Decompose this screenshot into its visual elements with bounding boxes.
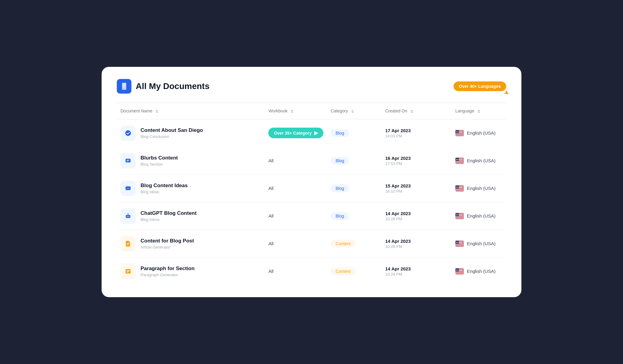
language-label: English (USA): [467, 241, 496, 246]
app-icon: [117, 79, 131, 94]
documents-table: Document Name ⇅ Workbook ⇅ Category ⇅ Cr…: [117, 103, 506, 285]
svg-rect-63: [455, 272, 464, 273]
doc-title: Content About San Diego: [141, 127, 203, 134]
tooltip-arrow-icon: ▶: [314, 130, 318, 136]
svg-rect-33: [126, 215, 131, 218]
doc-name-cell: Content for Blog Post Article Generator: [117, 230, 265, 257]
svg-rect-28: [455, 188, 464, 189]
language-cell: ★★★★★★ English (USA): [452, 147, 506, 174]
workbook-cell: All: [265, 174, 327, 202]
sort-icon-workbook[interactable]: ⇅: [291, 109, 294, 114]
created-date: 14 Apr 2023: [385, 266, 448, 271]
created-date: 14 Apr 2023: [385, 239, 448, 244]
created-date: 14 Apr 2023: [385, 211, 448, 216]
category-badge: Blog: [331, 157, 349, 165]
svg-rect-64: [455, 273, 464, 274]
svg-text:★★★★★★: ★★★★★★: [455, 159, 462, 160]
svg-rect-36: [128, 217, 129, 217]
svg-rect-62: [455, 271, 464, 272]
svg-rect-17: [455, 163, 464, 163]
workbook-cell: Over 35+ Category ▶: [265, 119, 327, 147]
svg-point-23: [129, 188, 129, 188]
svg-text:★★★★★★: ★★★★★★: [455, 269, 462, 271]
workbook-cell: All: [265, 257, 327, 285]
workbook-label: All: [268, 269, 273, 274]
svg-rect-30: [455, 191, 464, 191]
svg-point-0: [125, 130, 131, 136]
doc-subtitle: Paragraph Generator: [141, 273, 195, 277]
doc-title: Blurbs Content: [141, 155, 178, 161]
table-row[interactable]: ChatGPT Blog Content Blog Intros AllBlog…: [117, 202, 506, 230]
created-on-cell: 16 Apr 2023 17:53 PM: [381, 147, 451, 174]
created-date: 17 Apr 2023: [385, 128, 448, 133]
language-label: English (USA): [467, 158, 496, 163]
doc-icon: [120, 153, 136, 168]
svg-rect-16: [455, 162, 464, 162]
doc-title: Paragraph for Section: [141, 265, 195, 272]
workbook-label: All: [268, 158, 273, 163]
language-label: English (USA): [467, 130, 496, 136]
created-on-cell: 14 Apr 2023 10:28 PM: [381, 230, 451, 257]
badge-wrapper: Over 40+ Languages ➤: [454, 81, 506, 91]
sort-icon-name[interactable]: ⇅: [155, 109, 158, 114]
language-cell: ★★★★★★ English (USA): [452, 174, 506, 202]
svg-point-34: [127, 216, 128, 217]
svg-text:★★★★★★: ★★★★★★: [455, 214, 462, 216]
doc-title: Blog Content Ideas: [141, 182, 188, 189]
workbook-label: All: [268, 186, 273, 191]
category-badge: Blog: [331, 184, 349, 192]
flag-icon: ★★★★★★: [455, 268, 464, 274]
created-time: 16:10 PM: [385, 189, 448, 194]
page-title: All My Documents: [136, 81, 210, 91]
language-cell: ★★★★★★ English (USA): [452, 119, 506, 147]
table-row[interactable]: Content About San Diego Blog Conclusion …: [117, 119, 506, 147]
svg-rect-5: [455, 133, 464, 134]
created-time: 10:28 PM: [385, 217, 448, 221]
category-cell: Blog: [327, 119, 381, 147]
doc-subtitle: Blog Section: [141, 162, 178, 167]
sort-icon-language[interactable]: ⇅: [477, 109, 480, 114]
table-row[interactable]: Content for Blog Post Article Generator …: [117, 230, 506, 257]
workbook-cell: All: [265, 147, 327, 174]
flag-icon: ★★★★★★: [455, 158, 464, 164]
svg-rect-10: [126, 159, 131, 162]
language-label: English (USA): [467, 269, 496, 274]
table-row[interactable]: Blurbs Content Blog Section AllBlog 16 A…: [117, 147, 506, 174]
col-header-language: Language ⇅: [452, 103, 506, 119]
doc-name-cell: Blog Content Ideas Blog Ideas: [117, 174, 265, 202]
doc-icon: [120, 181, 136, 196]
doc-icon: [120, 236, 136, 251]
col-header-workbook: Workbook ⇅: [265, 103, 327, 119]
flag-icon: ★★★★★★: [455, 241, 464, 247]
sort-icon-category[interactable]: ⇅: [351, 109, 354, 114]
category-cell: Blog: [327, 174, 381, 202]
col-header-createdon: Created On ⇅: [381, 103, 451, 119]
language-cell: ★★★★★★ English (USA): [452, 230, 506, 257]
workbook-label: All: [268, 241, 273, 246]
table-row[interactable]: Paragraph for Section Paragraph Generato…: [117, 257, 506, 285]
created-on-cell: 14 Apr 2023 10:28 PM: [381, 257, 451, 285]
created-time: 17:53 PM: [385, 161, 448, 166]
main-container: All My Documents Over 40+ Languages ➤ Do…: [102, 67, 521, 297]
svg-rect-7: [455, 135, 464, 136]
col-header-category: Category ⇅: [327, 103, 381, 119]
languages-badge: Over 40+ Languages: [454, 81, 506, 91]
category-badge: Blog: [331, 212, 349, 220]
category-badge: Content: [331, 240, 355, 248]
table-row[interactable]: Blog Content Ideas Blog Ideas AllBlog 15…: [117, 174, 506, 202]
category-cell: Blog: [327, 147, 381, 174]
created-on-cell: 14 Apr 2023 10:28 PM: [381, 202, 451, 230]
svg-point-21: [127, 188, 127, 188]
svg-point-38: [128, 213, 129, 214]
svg-rect-6: [455, 134, 464, 135]
category-cell: Content: [327, 230, 381, 257]
svg-text:★★★★★★: ★★★★★★: [455, 242, 462, 243]
sort-icon-createdon[interactable]: ⇅: [410, 109, 413, 114]
doc-name-cell: Content About San Diego Blog Conclusion: [117, 119, 265, 147]
svg-text:★★★★★★: ★★★★★★: [455, 186, 462, 188]
category-cell: Blog: [327, 202, 381, 230]
flag-icon: ★★★★★★: [455, 130, 464, 136]
doc-subtitle: Blog Ideas: [141, 190, 188, 194]
svg-rect-44: [455, 217, 464, 218]
doc-icon: [120, 208, 136, 224]
